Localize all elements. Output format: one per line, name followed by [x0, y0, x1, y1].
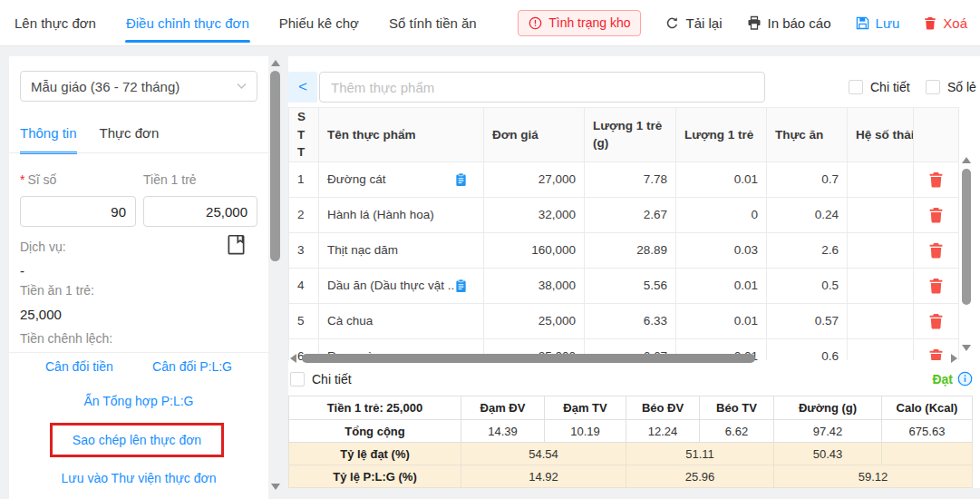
row-delete-button[interactable] — [914, 269, 959, 304]
summary-header-duong: Đường (g) — [774, 396, 882, 420]
checkbox-icon[interactable] — [290, 372, 305, 386]
inventory-status-button[interactable]: Tình trạng kho — [518, 10, 641, 36]
summary-ratio-value: 50.43 — [774, 443, 882, 465]
trash-icon — [928, 278, 944, 294]
save-button[interactable]: Lưu — [856, 15, 900, 31]
reload-button[interactable]: Tải lại — [665, 15, 722, 31]
row-delete-button[interactable] — [914, 233, 959, 269]
trash-icon — [924, 16, 936, 30]
table-horizontal-scrollbar[interactable] — [288, 352, 959, 365]
row-delete-button[interactable] — [914, 162, 959, 198]
luu-vao-thu-vien-link[interactable]: Lưu vào Thư viện thực đơn — [62, 471, 217, 485]
inventory-clipboard-icon[interactable] — [454, 172, 468, 187]
tab-dieu-chinh-thuc-don[interactable]: Điều chỉnh thực đơn — [125, 0, 250, 45]
nutrition-status: Đạt — [932, 371, 973, 386]
row-stt: 1 — [288, 162, 319, 198]
col-header-don-gia: Đơn giá — [484, 108, 585, 162]
table-vertical-scrollbar[interactable] — [960, 155, 973, 352]
si-so-label: *Sĩ số — [20, 172, 56, 187]
summary-header-tien: Tiền 1 trẻ: 25,000 — [289, 396, 461, 420]
scroll-down-arrow-icon[interactable] — [962, 345, 971, 351]
dich-vu-label: Dịch vụ: — [20, 240, 66, 254]
summary-total-value: 14.39 — [461, 420, 545, 443]
row-delete-button[interactable] — [914, 198, 959, 233]
can-doi-tien-link[interactable]: Cân đối tiền — [45, 359, 113, 374]
vertical-scrollbar-thumb[interactable] — [962, 169, 971, 305]
summary-header-beo-tv: Béo TV — [700, 396, 774, 420]
col-header-thuc-an: Thực ăn — [767, 108, 848, 162]
row-don-gia: 25,000 — [484, 304, 585, 339]
summary-header-calo: Calo (Kcal) — [882, 396, 973, 420]
row-he-so-thai — [848, 304, 914, 339]
summary-ratio-value: 54.54 — [461, 443, 626, 465]
summary-plg-value: 25.96 — [626, 465, 774, 488]
col-header-he-so-thai: Hệ số thải — [848, 108, 914, 162]
reload-label: Tải lại — [685, 15, 722, 31]
table-row: 5 Cà chua 25,000 6.33 0.01 0.57 — [288, 304, 959, 339]
tien-an-1-tre-label: Tiền ăn 1 trẻ: — [20, 283, 94, 298]
so-le-label: Số lẻ — [947, 80, 976, 94]
table-row: 2 Hành lá (Hành hoa) 32,000 2.67 0 0.24 — [288, 198, 959, 233]
summary-ratio-value — [882, 443, 973, 465]
chi-tiet-checkbox-top[interactable]: Chi tiết — [849, 80, 910, 94]
main-panel: < Chi tiết Số lẻ STT Tên thực phẩm Đơn g… — [288, 56, 980, 488]
row-luong: 0.01 — [676, 162, 767, 198]
info-circle-icon[interactable] — [957, 371, 973, 386]
tab-phieu-ke-cho[interactable]: Phiếu kê chợ — [278, 0, 360, 45]
scroll-right-arrow-icon[interactable] — [951, 354, 957, 363]
checkbox-icon[interactable] — [926, 80, 940, 94]
header-actions: Tình trạng kho Tải lại In báo cáo Lưu Xo… — [518, 10, 980, 36]
summary-total-value: 6.62 — [700, 420, 774, 443]
dich-vu-value: - — [20, 263, 24, 279]
sidebar-tab-thong-tin[interactable]: Thông tin — [20, 125, 77, 154]
service-book-icon[interactable] — [227, 234, 246, 256]
horizontal-scrollbar-thumb[interactable] — [302, 354, 755, 363]
scroll-up-arrow-icon[interactable] — [271, 60, 280, 66]
luu-thu-vien-wrap: Lưu vào Thư viện thực đơn — [9, 470, 268, 486]
tien-an-1-tre-value: 25,000 — [20, 307, 62, 322]
summary-header-dam-dv: Đạm ĐV — [461, 396, 545, 420]
row-luong-g: 5.56 — [585, 269, 676, 304]
row-stt: 2 — [288, 198, 319, 233]
age-group-select[interactable]: Mẫu giáo (36 - 72 tháng) — [20, 71, 257, 102]
chi-tiet-checkbox-bottom[interactable]: Chi tiết — [290, 372, 352, 386]
tab-len-thuc-don[interactable]: Lên thực đơn — [14, 0, 97, 45]
print-report-label: In báo cáo — [768, 15, 831, 31]
tab-so-tinh-tien-an[interactable]: Sổ tính tiền ăn — [388, 0, 478, 45]
delete-button[interactable]: Xoá — [924, 15, 967, 31]
sao-chep-len-thuc-don-link[interactable]: Sao chép lên thực đơn — [73, 433, 201, 447]
sidebar-scrollbar[interactable] — [269, 58, 281, 494]
so-le-checkbox[interactable]: Số lẻ — [926, 80, 976, 94]
sidebar-tab-thuc-don[interactable]: Thực đơn — [100, 125, 160, 154]
scroll-up-arrow-icon[interactable] — [962, 157, 971, 163]
inventory-clipboard-icon[interactable] — [454, 279, 468, 293]
row-he-so-thai — [848, 269, 914, 304]
trash-icon — [928, 171, 944, 188]
row-luong-g: 7.78 — [585, 162, 676, 198]
scroll-down-arrow-icon[interactable] — [271, 484, 280, 490]
can-doi-plg-link[interactable]: Cân đối P:L:G — [152, 359, 232, 374]
checkbox-icon[interactable] — [849, 80, 863, 94]
collapse-sidebar-button[interactable]: < — [288, 72, 317, 103]
sidebar-scrollbar-thumb[interactable] — [270, 71, 280, 261]
summary-total-value: 10.19 — [545, 420, 626, 443]
print-report-button[interactable]: In báo cáo — [747, 15, 831, 31]
row-thuc-an: 2.6 — [767, 233, 848, 269]
summary-total-label: Tổng cộng — [289, 420, 461, 443]
scroll-left-arrow-icon[interactable] — [290, 354, 296, 363]
row-luong: 0.03 — [676, 233, 767, 269]
add-food-search-input[interactable] — [319, 72, 765, 103]
inventory-status-label: Tình trạng kho — [548, 15, 630, 30]
summary-total-value: 12.24 — [626, 420, 700, 443]
tien-chenh-lech-label: Tiền chênh lệch: — [20, 331, 112, 346]
row-he-so-thai — [848, 233, 914, 269]
summary-ratio-label: Tỷ lệ đạt (%) — [289, 443, 461, 465]
top-header: Lên thực đơn Điều chỉnh thực đơn Phiếu k… — [0, 0, 980, 46]
tien-1-tre-input[interactable] — [143, 196, 257, 227]
col-header-ten-thuc-pham: Tên thực phẩm — [319, 108, 484, 162]
row-delete-button[interactable] — [914, 304, 959, 339]
an-tong-hop-plg-link[interactable]: Ẩn Tổng hợp P:L:G — [84, 394, 194, 408]
row-luong: 0.01 — [676, 304, 767, 339]
si-so-input[interactable] — [20, 196, 136, 227]
row-luong-g: 2.67 — [585, 198, 676, 233]
